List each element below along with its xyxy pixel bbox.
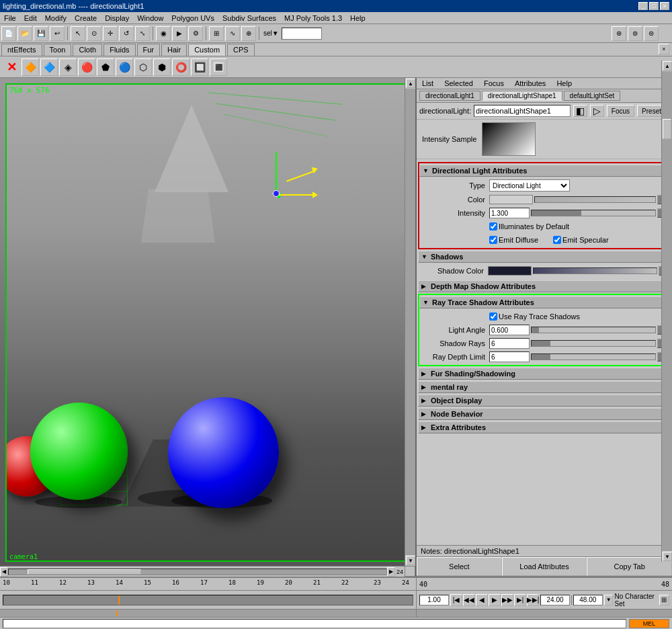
select-input[interactable] <box>282 28 322 40</box>
shelf-tab-nteffects[interactable]: ntEffects <box>1 44 42 56</box>
shelf-settings[interactable]: × <box>659 44 669 54</box>
menu-window[interactable]: Window <box>133 12 167 24</box>
shelf-tab-cloth[interactable]: Cloth <box>73 44 102 56</box>
shelf-tab-fluids[interactable]: Fluids <box>103 44 135 56</box>
range-end-input[interactable] <box>573 595 603 605</box>
viewport-hscrollbar[interactable]: ◀ ▶ 24 <box>0 566 405 577</box>
shelf-tab-toon[interactable]: Toon <box>44 44 72 56</box>
copy-tab-button[interactable]: Copy Tab <box>587 557 672 576</box>
toolbar-icon-3[interactable]: ⊜ <box>644 26 659 41</box>
attr-menu-selected[interactable]: Selected <box>442 79 476 87</box>
section-raytrace-header[interactable]: ▼ Ray Trace Shadow Attributes <box>419 296 669 308</box>
shelf-icon-6[interactable]: ⬟ <box>97 58 114 76</box>
section-depth-map-header[interactable]: ▶ Depth Map Shadow Attributes <box>418 280 671 292</box>
shelf-icon-5[interactable]: 🔴 <box>78 58 95 76</box>
mel-python-toggle[interactable]: MEL <box>629 619 669 628</box>
toolbar-ipr[interactable]: ▶ <box>172 26 187 41</box>
toolbar-scale[interactable]: ⤡ <box>135 26 150 41</box>
select-button[interactable]: Select <box>417 557 502 576</box>
attr-menu-list[interactable]: List <box>419 79 436 87</box>
shelf-icon-2[interactable]: 🔶 <box>22 58 39 76</box>
play-btn-next[interactable]: ▶ <box>489 594 501 606</box>
toolbar-undo[interactable]: ↩ <box>50 26 65 41</box>
attr-vscrollbar[interactable]: ▲ ▼ <box>661 78 672 562</box>
shadow-color-swatch[interactable] <box>488 266 532 276</box>
viewport-3d[interactable]: 768 x 576 camera1 ◀ ▶ 24 ▲ ▼ <box>0 78 417 577</box>
light-angle-input[interactable] <box>489 325 530 335</box>
range-bar-left[interactable] <box>0 610 417 617</box>
play-btn-next-key[interactable]: ▶▶ <box>501 594 513 606</box>
play-btn-prev-key[interactable]: ◀◀ <box>463 594 475 606</box>
focus-button[interactable]: Focus <box>607 105 634 117</box>
menu-mj-poly-tools[interactable]: MJ Poly Tools 1.3 <box>280 12 346 24</box>
shelf-icon-7[interactable]: 🔵 <box>116 58 133 76</box>
emit-specular-checkbox[interactable] <box>553 236 561 244</box>
toolbar-rotate[interactable]: ↺ <box>119 26 134 41</box>
shelf-tab-cps[interactable]: CPS <box>227 44 255 56</box>
section-node-behavior-header[interactable]: ▶ Node Behavior <box>418 408 671 420</box>
toolbar-icon-2[interactable]: ⊚ <box>628 26 642 41</box>
use-raytrace-checkbox[interactable] <box>489 312 497 321</box>
light-angle-slider[interactable] <box>531 327 656 333</box>
node-btn-2[interactable]: ▷ <box>590 105 604 117</box>
maximize-button[interactable]: □ <box>649 2 659 10</box>
illuminates-checkbox[interactable] <box>489 222 497 230</box>
ray-depth-input[interactable] <box>489 351 530 362</box>
toolbar-save[interactable]: 💾 <box>34 26 48 41</box>
shelf-icon-1[interactable]: ✕ <box>3 58 20 76</box>
current-frame-input[interactable] <box>540 595 570 605</box>
section-extra-attrs-header[interactable]: ▶ Extra Attributes <box>418 421 671 433</box>
menu-display[interactable]: Display <box>101 12 133 24</box>
shelf-icon-3[interactable]: 🔷 <box>40 58 58 76</box>
ray-depth-slider[interactable] <box>531 353 656 360</box>
shelf-tab-hair[interactable]: Hair <box>161 44 187 56</box>
toolbar-icon-1[interactable]: ⊛ <box>612 26 626 41</box>
toolbar-snap-curve[interactable]: ∿ <box>225 26 240 41</box>
range-dropdown[interactable]: ▼ <box>604 595 614 605</box>
section-object-display-header[interactable]: ▶ Object Display <box>418 394 671 407</box>
attr-tab-defaultlightset[interactable]: defaultLightSet <box>564 91 621 101</box>
toolbar-select[interactable]: ↖ <box>71 26 85 41</box>
type-select[interactable]: Directional Light <box>489 179 570 192</box>
attr-menu-help[interactable]: Help <box>554 79 575 87</box>
attr-menu-focus[interactable]: Focus <box>481 79 507 87</box>
toolbar-lasso[interactable]: ⊙ <box>87 26 101 41</box>
close-button[interactable]: × <box>660 2 669 10</box>
intensity-input[interactable] <box>489 208 530 218</box>
shelf-icon-4[interactable]: ◈ <box>59 58 77 76</box>
minimize-button[interactable]: _ <box>638 2 648 10</box>
play-bar[interactable] <box>3 595 413 605</box>
section-shadows-header[interactable]: ▼ Shadows <box>418 251 671 263</box>
section-directional-light-header[interactable]: ▼ Directional Light Attributes <box>419 165 669 177</box>
menu-create[interactable]: Create <box>71 12 101 24</box>
toolbar-snap-point[interactable]: ⊕ <box>241 26 256 41</box>
play-btn-loop[interactable]: ▶▶| <box>527 594 539 606</box>
toolbar-open[interactable]: 📂 <box>17 26 32 41</box>
node-name-input[interactable] <box>474 105 571 117</box>
shadow-color-slider[interactable] <box>533 267 657 274</box>
load-attributes-button[interactable]: Load Attributes <box>502 557 587 576</box>
section-mental-ray-header[interactable]: ▶ mental ray <box>418 381 671 393</box>
toolbar-snap-grid[interactable]: ⊞ <box>209 26 224 41</box>
color-slider[interactable] <box>534 196 656 203</box>
shelf-icon-9[interactable]: ⬢ <box>153 58 171 76</box>
shelf-tab-custom[interactable]: Custom <box>188 44 226 56</box>
timeline-left[interactable]: 10 11 12 13 14 15 16 17 18 19 20 21 22 2… <box>0 578 417 590</box>
attr-menu-attributes[interactable]: Attributes <box>512 79 548 87</box>
menu-polygon-uvs[interactable]: Polygon UVs <box>167 12 218 24</box>
shelf-icon-12[interactable]: 🔳 <box>210 58 227 76</box>
toolbar-render[interactable]: ◉ <box>156 26 171 41</box>
shadow-rays-input[interactable] <box>489 338 530 349</box>
emit-diffuse-checkbox[interactable] <box>489 236 497 244</box>
shelf-icon-11[interactable]: 🔲 <box>191 58 208 76</box>
toolbar-move[interactable]: ✛ <box>103 26 118 41</box>
color-swatch[interactable] <box>489 195 533 204</box>
shelf-icon-8[interactable]: ⬡ <box>134 58 152 76</box>
menu-edit[interactable]: Edit <box>20 12 41 24</box>
viewport-vscrollbar[interactable]: ▲ ▼ <box>405 78 415 566</box>
node-btn-1[interactable]: ◧ <box>573 105 587 117</box>
toolbar-render-settings[interactable]: ⚙ <box>188 26 203 41</box>
attr-tab-directionallight1[interactable]: directionalLight1 <box>419 91 480 101</box>
range-bar-right[interactable] <box>417 610 672 617</box>
range-start-input[interactable] <box>419 595 449 605</box>
